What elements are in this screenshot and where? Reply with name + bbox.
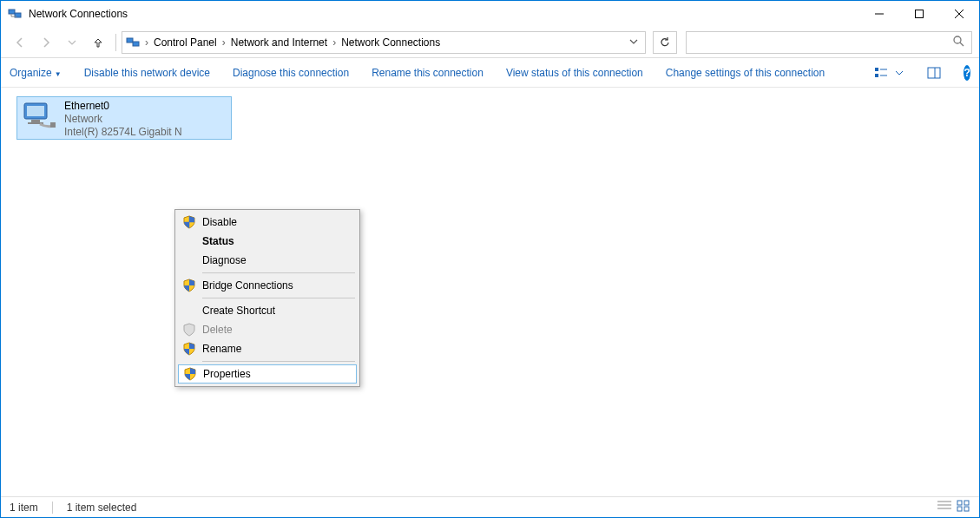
- navigation-row: › Control Panel › Network and Internet ›…: [1, 27, 979, 58]
- rename-connection-command[interactable]: Rename this connection: [372, 67, 483, 79]
- svg-line-9: [960, 43, 964, 46]
- svg-rect-0: [9, 10, 15, 14]
- titlebar: Network Connections: [1, 1, 979, 27]
- svg-rect-18: [31, 120, 40, 122]
- item-count: 1 item: [10, 502, 38, 514]
- breadcrumb-control-panel[interactable]: Control Panel: [154, 36, 217, 49]
- adapter-status: Network: [64, 113, 182, 126]
- address-bar[interactable]: › Control Panel › Network and Internet ›…: [122, 31, 646, 54]
- status-bar: 1 item 1 item selected: [1, 496, 979, 517]
- chevron-right-icon[interactable]: ›: [332, 36, 336, 49]
- command-bar: Organize▼ Disable this network device Di…: [1, 58, 979, 88]
- ctx-rename[interactable]: Rename: [178, 339, 357, 358]
- recent-locations-dropdown[interactable]: [60, 30, 84, 55]
- window-controls: [859, 1, 979, 27]
- shield-icon: [182, 342, 196, 356]
- svg-rect-24: [957, 501, 962, 505]
- shield-icon: [183, 367, 197, 381]
- menu-separator: [202, 361, 355, 362]
- view-status-command[interactable]: View status of this connection: [506, 67, 643, 79]
- adapter-name: Ethernet0: [64, 100, 182, 113]
- help-button[interactable]: ?: [964, 65, 970, 81]
- diagnose-connection-command[interactable]: Diagnose this connection: [233, 67, 349, 79]
- content-area: Ethernet0 Network Intel(R) 82574L Gigabi…: [1, 88, 979, 496]
- adapter-device: Intel(R) 82574L Gigabit N: [64, 126, 182, 139]
- minimize-button[interactable]: [859, 1, 899, 27]
- ctx-properties[interactable]: Properties: [178, 364, 357, 384]
- separator: [115, 34, 116, 51]
- ctx-diagnose[interactable]: Diagnose: [178, 251, 357, 270]
- svg-rect-27: [964, 507, 969, 511]
- up-button[interactable]: [86, 30, 110, 55]
- chevron-down-icon[interactable]: [894, 62, 904, 84]
- network-adapter-item[interactable]: Ethernet0 Network Intel(R) 82574L Gigabi…: [16, 96, 232, 140]
- breadcrumb-network-connections[interactable]: Network Connections: [341, 36, 440, 49]
- chevron-down-icon: ▼: [55, 70, 62, 78]
- details-view-icon[interactable]: [937, 500, 951, 515]
- svg-point-8: [954, 36, 961, 43]
- ctx-delete: Delete: [178, 320, 357, 339]
- network-connections-icon: [8, 7, 22, 21]
- svg-rect-14: [928, 68, 940, 78]
- shield-icon: [182, 279, 196, 292]
- shield-icon: [182, 215, 196, 229]
- close-button[interactable]: [939, 1, 979, 27]
- change-settings-command[interactable]: Change settings of this connection: [666, 67, 825, 79]
- organize-menu[interactable]: Organize▼: [10, 67, 62, 79]
- context-menu: Disable Status Diagnose Bridge Connectio…: [174, 209, 360, 387]
- shield-icon: [182, 323, 196, 337]
- svg-rect-11: [875, 74, 878, 77]
- address-dropdown[interactable]: [626, 36, 641, 49]
- breadcrumb-network-internet[interactable]: Network and Internet: [231, 36, 327, 49]
- window-title: Network Connections: [29, 8, 859, 20]
- ethernet-adapter-icon: [21, 100, 57, 136]
- control-panel-icon: [126, 36, 140, 49]
- forward-button[interactable]: [34, 30, 58, 55]
- chevron-right-icon[interactable]: ›: [222, 36, 226, 49]
- large-icons-view-icon[interactable]: [957, 500, 970, 515]
- menu-separator: [202, 298, 355, 298]
- ctx-bridge[interactable]: Bridge Connections: [178, 276, 357, 295]
- svg-rect-20: [50, 122, 56, 128]
- separator: [52, 502, 53, 514]
- refresh-button[interactable]: [653, 31, 677, 54]
- svg-rect-25: [964, 501, 969, 505]
- svg-rect-3: [916, 10, 924, 18]
- search-icon: [952, 35, 964, 49]
- view-options-button[interactable]: [870, 62, 892, 84]
- svg-rect-7: [133, 42, 139, 46]
- ctx-create-shortcut[interactable]: Create Shortcut: [178, 301, 357, 320]
- ctx-status[interactable]: Status: [178, 232, 357, 251]
- svg-rect-26: [957, 507, 962, 511]
- back-button[interactable]: [8, 30, 32, 55]
- svg-rect-10: [875, 68, 878, 71]
- menu-separator: [202, 272, 355, 273]
- disable-device-command[interactable]: Disable this network device: [84, 67, 210, 79]
- svg-rect-17: [27, 106, 44, 116]
- preview-pane-button[interactable]: [927, 62, 941, 84]
- svg-rect-6: [127, 38, 133, 43]
- ctx-disable[interactable]: Disable: [178, 213, 357, 232]
- maximize-button[interactable]: [899, 1, 939, 27]
- selection-count: 1 item selected: [67, 502, 137, 514]
- chevron-right-icon[interactable]: ›: [145, 36, 148, 49]
- search-input[interactable]: [686, 31, 972, 54]
